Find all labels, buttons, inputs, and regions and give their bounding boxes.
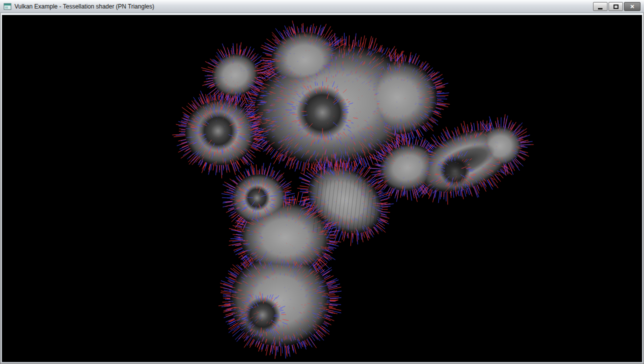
viewport [2,15,642,362]
render-canvas[interactable] [2,15,642,362]
app-window: Vulkan Example - Tessellation shader (PN… [0,0,644,364]
titlebar[interactable]: Vulkan Example - Tessellation shader (PN… [0,0,644,13]
maximize-button[interactable] [608,2,623,11]
minimize-icon [598,8,602,10]
app-icon [4,2,12,10]
window-title: Vulkan Example - Tessellation shader (PN… [14,3,154,10]
maximize-icon [614,4,618,9]
minimize-button[interactable] [593,2,608,11]
window-controls: ✕ [593,2,640,11]
close-button[interactable]: ✕ [624,2,640,11]
close-icon: ✕ [630,4,634,10]
